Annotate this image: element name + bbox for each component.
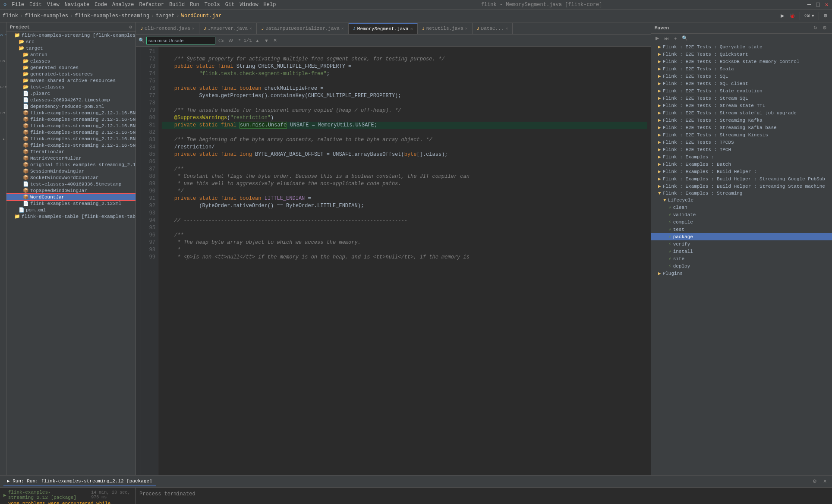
close-btn[interactable]: ✕ bbox=[825, 1, 829, 8]
maven-item-9[interactable]: ▶Flink : E2E Tests : Stream stateful job… bbox=[651, 109, 832, 117]
maven-item-27[interactable]: ⚡verify bbox=[651, 240, 832, 248]
breadcrumb-target[interactable]: target bbox=[156, 13, 174, 19]
tree-item-10[interactable]: 📄classes-2069942672.timestamp bbox=[6, 97, 136, 103]
menu-navigate[interactable]: Navigate bbox=[65, 2, 90, 8]
menu-git[interactable]: Git bbox=[225, 2, 235, 8]
match-case-btn[interactable]: Cc bbox=[217, 38, 225, 44]
maven-item-6[interactable]: ▶Flink : E2E Tests : State evolution bbox=[651, 87, 832, 94]
breadcrumb-wordcount[interactable]: WordCount.jar bbox=[181, 13, 222, 19]
menu-tools[interactable]: Tools bbox=[205, 2, 220, 8]
tab-datac[interactable]: J DataC... ✕ bbox=[473, 23, 513, 34]
bottom-close-btn[interactable]: ✕ bbox=[821, 478, 829, 485]
bottom-settings-btn[interactable]: ⚙ bbox=[811, 478, 819, 485]
tab-jmxserver[interactable]: J JMXServer.java ✕ bbox=[199, 23, 257, 34]
next-match-btn[interactable]: ▼ bbox=[263, 38, 270, 44]
settings-btn[interactable]: ⚙ bbox=[822, 12, 829, 19]
tree-item-9[interactable]: 📄.plxarc bbox=[6, 90, 136, 97]
tree-item-24[interactable]: 📦TopSpeedWindowingJar bbox=[6, 187, 136, 194]
tree-item-3[interactable]: 📂antrun bbox=[6, 51, 136, 58]
menu-edit[interactable]: Edit bbox=[29, 2, 42, 8]
maven-item-17[interactable]: ▶Flink : Examples : Build Helper : bbox=[651, 168, 832, 175]
tab-memorysegment-close[interactable]: ✕ bbox=[410, 26, 413, 32]
tree-item-6[interactable]: 📂generated-test-sources bbox=[6, 71, 136, 77]
maven-item-25[interactable]: ⚡test bbox=[651, 226, 832, 233]
tree-item-19[interactable]: 📦MatrixVectorMulJar bbox=[6, 155, 136, 161]
tab-netutils-close[interactable]: ✕ bbox=[465, 26, 468, 31]
maven-item-10[interactable]: ▶Flink : E2E Tests : Streaming Kafka bbox=[651, 117, 832, 124]
tab-datainput-close[interactable]: ✕ bbox=[341, 26, 344, 31]
maven-item-11[interactable]: ▶Flink : E2E Tests : Streaming Kafka bas… bbox=[651, 124, 832, 131]
pull-sidebar-icon[interactable]: Pull bbox=[0, 74, 6, 100]
maven-refresh-btn[interactable]: ↻ bbox=[812, 24, 819, 32]
git-btn[interactable]: Git ▾ bbox=[803, 12, 816, 19]
tree-item-21[interactable]: 📦SessionWindowingJar bbox=[6, 168, 136, 174]
maven-item-21[interactable]: ▼Lifecycle bbox=[651, 197, 832, 204]
project-sidebar-icon[interactable]: Proj bbox=[0, 22, 6, 48]
tree-item-14[interactable]: 📦flink-examples-streaming_2.12-1.16-5NAP… bbox=[6, 123, 136, 129]
maven-plus-btn[interactable]: + bbox=[672, 35, 678, 42]
breadcrumb-flink-examples[interactable]: flink-examples bbox=[25, 13, 68, 19]
tree-item-23[interactable]: 📄test-classes-400169336.5tmestamp bbox=[6, 181, 136, 187]
tree-item-22[interactable]: 📦SocketWindowWordCountJar bbox=[6, 174, 136, 181]
prev-match-btn[interactable]: ▲ bbox=[254, 38, 261, 44]
maximize-btn[interactable]: □ bbox=[816, 1, 819, 8]
maven-item-29[interactable]: ⚡site bbox=[651, 255, 832, 262]
maven-search-btn[interactable]: 🔍 bbox=[680, 35, 690, 42]
maven-item-4[interactable]: ▶Flink : E2E Tests : SQL bbox=[651, 72, 832, 80]
maven-settings-btn[interactable]: ⚙ bbox=[821, 24, 829, 32]
run-item-warn[interactable]: ⚠ Some problems were encountered while b… bbox=[2, 501, 134, 504]
maven-item-13[interactable]: ▶Flink : E2E Tests : TPCDS bbox=[651, 139, 832, 146]
menu-help[interactable]: Help bbox=[264, 2, 276, 8]
tree-item-28[interactable]: 📁flink-examples-table [flink-examples-ta… bbox=[6, 213, 136, 220]
tree-item-25[interactable]: 📦WordCountJar bbox=[6, 194, 136, 200]
maven-item-14[interactable]: ▶Flink : E2E Tests : TPCH bbox=[651, 146, 832, 153]
maven-execute-btn[interactable]: ▶ bbox=[654, 35, 661, 42]
tab-memorysegment[interactable]: J MemorySegment.java ✕ bbox=[349, 23, 418, 34]
maven-item-7[interactable]: ▶Flink : E2E Tests : Stream SQL bbox=[651, 94, 832, 102]
menu-run[interactable]: Run bbox=[190, 2, 199, 8]
tab-datac-close[interactable]: ✕ bbox=[505, 26, 508, 31]
maven-item-20[interactable]: ▼Flink : Examples : Streaming bbox=[651, 190, 832, 197]
menu-refactor[interactable]: Refactor bbox=[139, 2, 164, 8]
maven-item-28[interactable]: ⚡install bbox=[651, 248, 832, 255]
search-input[interactable] bbox=[146, 37, 215, 44]
project-settings-btn[interactable]: ⚙ bbox=[129, 24, 132, 30]
tree-item-8[interactable]: 📂test-classes bbox=[6, 84, 136, 90]
regex-btn[interactable]: .* bbox=[236, 38, 242, 44]
tree-item-4[interactable]: 📂classes bbox=[6, 58, 136, 64]
tab-jmxserver-close[interactable]: ✕ bbox=[249, 26, 252, 31]
menu-code[interactable]: Code bbox=[95, 2, 107, 8]
tree-item-11[interactable]: 📄dependency-reduced-pom.xml bbox=[6, 103, 136, 110]
tree-item-7[interactable]: 📂maven-shared-archive-resources bbox=[6, 77, 136, 84]
minimize-btn[interactable]: ─ bbox=[807, 1, 811, 8]
maven-item-19[interactable]: ▶Flink : Examples : Build Helper : Strea… bbox=[651, 183, 832, 190]
maven-item-16[interactable]: ▶Flink : Examples : Batch bbox=[651, 161, 832, 168]
whole-word-btn[interactable]: W bbox=[227, 38, 234, 44]
structure-sidebar-icon[interactable]: Str bbox=[0, 100, 6, 126]
maven-item-18[interactable]: ▶Flink : Examples : Build Helper : Strea… bbox=[651, 175, 832, 183]
tab-clifrontend[interactable]: J CliFrontend.java ✕ bbox=[136, 23, 199, 34]
maven-item-0[interactable]: ▶Flink : E2E Tests : Queryable state bbox=[651, 43, 832, 50]
maven-item-22[interactable]: ⚡clean bbox=[651, 204, 832, 211]
tree-item-20[interactable]: 📦original-flink-examples-streaming_2.12-… bbox=[6, 161, 136, 168]
menu-build[interactable]: Build bbox=[169, 2, 185, 8]
debug-btn[interactable]: 🐞 bbox=[788, 12, 797, 19]
tab-clifrontend-close[interactable]: ✕ bbox=[192, 26, 195, 31]
tree-item-18[interactable]: 📦IterationJar bbox=[6, 148, 136, 155]
maven-item-26[interactable]: ⚡package bbox=[651, 233, 832, 240]
maven-item-31[interactable]: ▶Plugins bbox=[651, 270, 832, 277]
maven-item-3[interactable]: ▶Flink : E2E Tests : Scala bbox=[651, 65, 832, 72]
menu-file[interactable]: File bbox=[12, 2, 24, 8]
tree-item-12[interactable]: 📦flink-examples-streaming_2.12-1.16-5NAP… bbox=[6, 110, 136, 116]
tree-item-17[interactable]: 📦flink-examples-streaming_2.12-1.16-5NAP… bbox=[6, 142, 136, 148]
code-content[interactable]: /** System property for activating multi… bbox=[158, 47, 651, 475]
maven-item-23[interactable]: ⚡validate bbox=[651, 211, 832, 218]
tree-item-1[interactable]: 📂src bbox=[6, 38, 136, 45]
close-search-btn[interactable]: ✕ bbox=[272, 37, 278, 44]
tree-item-26[interactable]: 📄flink-examples-streaming_2.12xml bbox=[6, 200, 136, 207]
maven-skip-btn[interactable]: ⏭ bbox=[662, 35, 671, 42]
breadcrumb-flink-examples-streaming[interactable]: flink-examples-streaming bbox=[75, 13, 149, 19]
breadcrumb-flink[interactable]: flink bbox=[3, 13, 18, 19]
menu-analyze[interactable]: Analyze bbox=[112, 2, 134, 8]
tab-datainput[interactable]: J DataInputDeserializer.java ✕ bbox=[257, 23, 349, 34]
